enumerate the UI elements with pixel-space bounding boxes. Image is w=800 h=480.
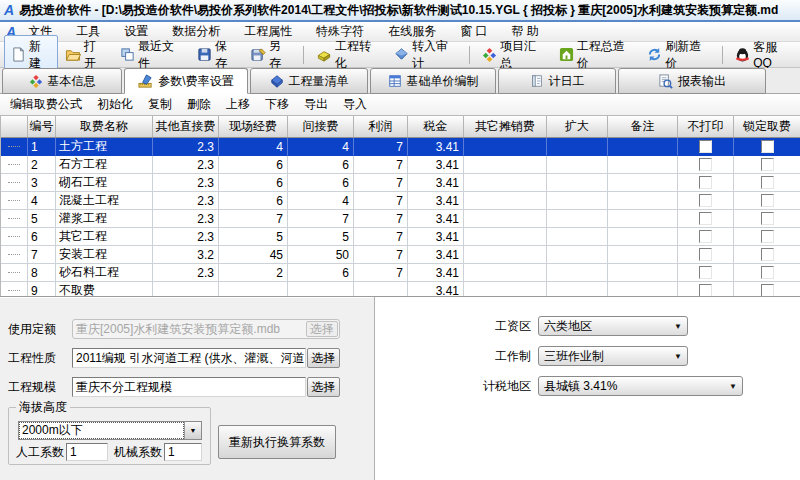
col-header-fee-name[interactable]: 取费名称: [56, 116, 153, 137]
row-selector-cell[interactable]: [1, 264, 28, 282]
tab-params-rate-settings[interactable]: 参数\费率设置: [124, 68, 248, 94]
lock-fee-checkbox[interactable]: [761, 266, 774, 279]
row-selector-cell[interactable]: [1, 192, 28, 210]
row-selector-cell[interactable]: [1, 138, 28, 156]
tax-region-dropdown[interactable]: 县城镇 3.41% ▼: [538, 376, 743, 396]
altitude-dropdown[interactable]: 2000m以下 ▼: [18, 421, 202, 440]
cell-remark: [608, 210, 678, 228]
title-bar[interactable]: A 易投造价软件 - [D:\易投造价软件\易投价系列软件2014\工程文件\招…: [0, 0, 800, 22]
row-selector-cell[interactable]: [1, 156, 28, 174]
table-row[interactable]: 6 其它工程 2.3 5 5 7 3.41: [1, 228, 800, 246]
scale-input[interactable]: 重庆不分工程规模: [72, 377, 306, 397]
table-row[interactable]: 9 不取费 3.41: [1, 282, 800, 296]
table-row[interactable]: 5 灌浆工程 2.3 7 7 7 3.41: [1, 210, 800, 228]
col-header-tax[interactable]: 税金: [408, 116, 464, 137]
col-header-other-direct[interactable]: 其他直接费: [153, 116, 219, 137]
lock-fee-checkbox[interactable]: [761, 176, 774, 189]
tab-bill-of-quantities[interactable]: 工程量清单: [250, 68, 368, 94]
no-print-checkbox[interactable]: [699, 212, 712, 225]
tab-basic-info[interactable]: 基本信息: [2, 68, 122, 94]
lock-fee-checkbox[interactable]: [761, 158, 774, 171]
row-selector-cell[interactable]: [1, 246, 28, 264]
move-up-button[interactable]: 上移: [226, 96, 250, 113]
quota-select-button: 选择: [306, 321, 338, 337]
application-window: A 易投造价软件 - [D:\易投造价软件\易投价系列软件2014\工程文件\招…: [0, 0, 800, 480]
no-print-checkbox[interactable]: [699, 248, 712, 261]
cell-no: 8: [28, 264, 56, 282]
col-header-lock-fee[interactable]: 锁定取费: [734, 116, 800, 137]
tax-region-label: 计税地区: [435, 376, 531, 396]
lock-fee-checkbox[interactable]: [761, 248, 774, 261]
edit-fee-formula-button[interactable]: 编辑取费公式: [10, 96, 82, 113]
work-shift-dropdown[interactable]: 三班作业制 ▼: [538, 346, 688, 366]
cell-no-print: [678, 210, 734, 228]
col-header-no-print[interactable]: 不打印: [678, 116, 734, 137]
table-row[interactable]: 2 石方工程 2.3 6 6 7 3.41: [1, 156, 800, 174]
recalc-conversion-button[interactable]: 重新执行换算系数: [218, 425, 336, 459]
no-print-checkbox[interactable]: [699, 140, 712, 153]
col-header-expand[interactable]: 扩大: [547, 116, 608, 137]
toolbar-separator: [722, 46, 723, 64]
altitude-dropdown-arrow-icon[interactable]: ▼: [184, 422, 201, 439]
tree-dots: [8, 200, 20, 201]
no-print-checkbox[interactable]: [699, 284, 712, 296]
tab-report-output[interactable]: 报表输出: [618, 68, 766, 94]
row-selector-cell[interactable]: [1, 228, 28, 246]
nature-input[interactable]: 2011编规 引水河道工程 (供水、灌溉、河道: [72, 348, 306, 368]
row-selector-cell[interactable]: [1, 210, 28, 228]
table-row[interactable]: 7 安装工程 3.2 45 50 7 3.41: [1, 246, 800, 264]
import-button[interactable]: 导入: [343, 96, 367, 113]
table-row[interactable]: 3 砌石工程 2.3 6 6 7 3.41: [1, 174, 800, 192]
cell-no-print: [678, 282, 734, 296]
lock-fee-checkbox[interactable]: [761, 284, 774, 296]
no-print-checkbox[interactable]: [699, 158, 712, 171]
copy-button[interactable]: 复制: [148, 96, 172, 113]
lock-fee-checkbox[interactable]: [761, 230, 774, 243]
col-header-amortize[interactable]: 其它摊销费: [464, 116, 547, 137]
export-button[interactable]: 导出: [304, 96, 328, 113]
move-down-button[interactable]: 下移: [265, 96, 289, 113]
ruler-pencil-icon: [138, 74, 153, 89]
machine-coeff-input[interactable]: 1: [164, 443, 202, 461]
cell-no-print: [678, 138, 734, 156]
col-header-indirect[interactable]: 间接费: [288, 116, 354, 137]
col-header-site-expense[interactable]: 现场经费: [219, 116, 288, 137]
no-print-checkbox[interactable]: [699, 194, 712, 207]
cell-profit: 7: [354, 210, 408, 228]
labor-coeff-input[interactable]: 1: [66, 443, 108, 461]
fee-rate-table: 编号 取费名称 其他直接费 现场经费 间接费 利润 税金 其它摊销费 扩大 备注…: [0, 116, 800, 296]
nature-select-button[interactable]: 选择: [307, 348, 340, 368]
wage-zone-dropdown[interactable]: 六类地区 ▼: [538, 316, 688, 336]
cell-lock-fee: [734, 264, 800, 282]
table-row[interactable]: 8 砂石料工程 2.3 2 6 7 3.41: [1, 264, 800, 282]
col-header-no[interactable]: 编号: [28, 116, 56, 137]
row-selector-cell[interactable]: [1, 282, 28, 296]
no-print-checkbox[interactable]: [699, 266, 712, 279]
cell-tax: 3.41: [408, 174, 464, 192]
delete-button[interactable]: 删除: [187, 96, 211, 113]
cell-remark: [608, 138, 678, 156]
cell-other-direct: [153, 282, 219, 296]
no-print-checkbox[interactable]: [699, 230, 712, 243]
lock-fee-checkbox[interactable]: [761, 212, 774, 225]
tab-base-unit-price[interactable]: 基础单价编制: [370, 68, 496, 94]
save-as-icon: [251, 47, 266, 62]
cell-lock-fee: [734, 174, 800, 192]
cell-no-print: [678, 174, 734, 192]
col-header-remark[interactable]: 备注: [608, 116, 678, 137]
lock-fee-checkbox[interactable]: [761, 140, 774, 153]
tab-day-work[interactable]: 计日工: [498, 68, 616, 94]
scale-select-button[interactable]: 选择: [307, 377, 340, 397]
initialize-button[interactable]: 初始化: [97, 96, 133, 113]
lock-fee-checkbox[interactable]: [761, 194, 774, 207]
cell-no-print: [678, 228, 734, 246]
table-row[interactable]: 4 混凝土工程 2.3 6 4 7 3.41: [1, 192, 800, 210]
col-header-profit[interactable]: 利润: [354, 116, 408, 137]
table-row[interactable]: 1 土方工程 2.3 4 4 7 3.41: [1, 138, 800, 156]
main-tab-bar: 基本信息 参数\费率设置 工程量清单 基础单价编制 计日工 报表输出: [0, 68, 800, 94]
cell-fee-name: 混凝土工程: [56, 192, 153, 210]
no-print-checkbox[interactable]: [699, 176, 712, 189]
cell-other-direct: 3.2: [153, 246, 219, 264]
row-selector-cell[interactable]: [1, 174, 28, 192]
tree-dots: [8, 164, 20, 165]
